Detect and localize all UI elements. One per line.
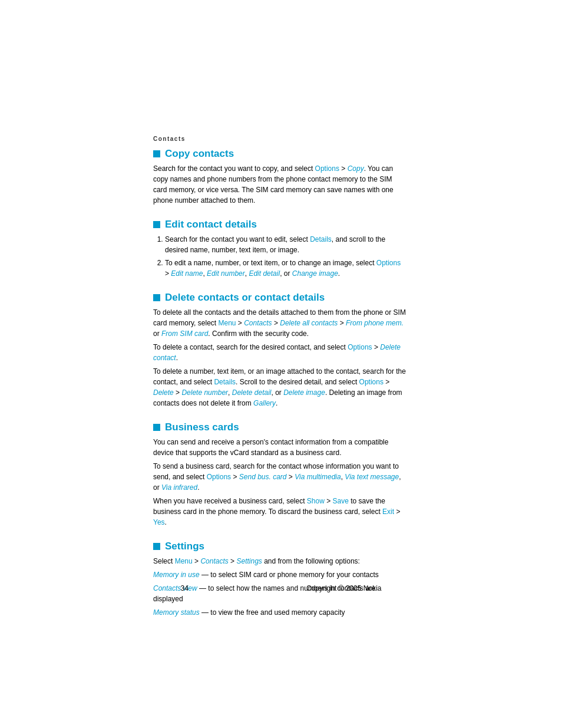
settings-para1: Select Menu > Contacts > Settings and fr… — [153, 556, 406, 566]
business-cards-para3: When you have received a business card, … — [153, 496, 406, 528]
edit-contact-title: Edit contact details — [165, 219, 257, 230]
delete-all-contacts-link[interactable]: Delete all contacts — [280, 319, 338, 327]
edit-options-link[interactable]: Options — [376, 259, 401, 267]
delete-contacts-para3: To delete a number, text item, or an ima… — [153, 366, 406, 409]
bcard-options-link[interactable]: Options — [207, 473, 231, 481]
edit-contact-heading: Edit contact details — [153, 219, 406, 230]
page: Contacts Copy contacts Search for the co… — [0, 0, 562, 728]
edit-contact-icon — [153, 221, 160, 228]
edit-contact-list: Search for the contact you want to edit,… — [153, 234, 406, 279]
settings-title: Settings — [165, 541, 204, 552]
delete-contacts-icon — [153, 294, 160, 301]
business-cards-heading: Business cards — [153, 421, 406, 433]
delete-contacts-title: Delete contacts or contact details — [165, 292, 325, 304]
settings-contacts-link[interactable]: Contacts — [200, 557, 228, 565]
settings-item3: Memory status — to view the free and use… — [153, 607, 406, 618]
footer-copyright: Copyright © 2005 Nokia — [306, 584, 382, 592]
footer-page-number: 34 — [181, 584, 189, 592]
edit-name-link[interactable]: Edit name — [171, 269, 203, 278]
bcard-exit-link[interactable]: Exit — [382, 508, 394, 516]
via-multimedia-link[interactable]: Via multimedia — [295, 473, 340, 481]
section-label: Contacts — [153, 136, 406, 142]
delete-options-link[interactable]: Options — [348, 343, 372, 351]
via-infrared-link[interactable]: Via infrared — [161, 483, 197, 492]
bcard-save-link[interactable]: Save — [333, 497, 349, 505]
copy-contacts-heading: Copy contacts — [153, 148, 406, 160]
memory-status-link[interactable]: Memory status — [153, 608, 200, 617]
delete-options2-link[interactable]: Options — [359, 378, 384, 386]
bcard-yes-link[interactable]: Yes — [153, 518, 165, 526]
delete-number-link[interactable]: Delete number — [181, 388, 228, 397]
copy-contacts-options-link[interactable]: Options — [315, 164, 339, 173]
memory-in-use-link[interactable]: Memory in use — [153, 571, 200, 579]
copy-contacts-title: Copy contacts — [165, 148, 234, 160]
business-cards-icon — [153, 424, 160, 431]
settings-menu-link[interactable]: Menu — [175, 557, 193, 565]
delete-contacts-para1: To delete all the contacts and the detai… — [153, 307, 406, 339]
delete-contacts-link[interactable]: Contacts — [244, 319, 272, 327]
section-business-cards: Business cards You can send and receive … — [153, 421, 406, 528]
section-copy-contacts: Copy contacts Search for the contact you… — [153, 148, 406, 206]
copy-contacts-icon — [153, 150, 160, 157]
settings-item1: Memory in use — to select SIM card or ph… — [153, 569, 406, 580]
business-cards-para2: To send a business card, search for the … — [153, 461, 406, 493]
gallery-link[interactable]: Gallery — [253, 399, 276, 407]
delete-link[interactable]: Delete — [153, 388, 174, 397]
edit-detail-link[interactable]: Edit detail — [249, 269, 280, 278]
business-cards-title: Business cards — [165, 421, 239, 433]
via-text-link[interactable]: Via text message — [345, 473, 399, 481]
bcard-show-link[interactable]: Show — [307, 497, 325, 505]
edit-contact-step2: To edit a name, number, or text item, or… — [165, 258, 406, 279]
delete-details-link[interactable]: Details — [214, 378, 236, 386]
settings-settings-link[interactable]: Settings — [236, 557, 262, 565]
copy-contacts-copy-link[interactable]: Copy — [348, 164, 364, 173]
change-image-link[interactable]: Change image — [292, 269, 338, 278]
delete-contacts-para2: To delete a contact, search for the desi… — [153, 342, 406, 363]
settings-icon — [153, 543, 160, 550]
edit-number-link[interactable]: Edit number — [207, 269, 245, 278]
send-bus-card-link[interactable]: Send bus. card — [239, 473, 287, 481]
delete-detail-link2[interactable]: Delete detail — [232, 388, 272, 397]
section-edit-contact: Edit contact details Search for the cont… — [153, 219, 406, 279]
footer: 34 Copyright © 2005 Nokia — [0, 584, 562, 592]
content-area: Contacts Copy contacts Search for the co… — [153, 136, 406, 631]
business-cards-para1: You can send and receive a person's cont… — [153, 437, 406, 458]
edit-details-link[interactable]: Details — [310, 235, 332, 243]
from-sim-link[interactable]: From SIM card — [161, 330, 208, 338]
section-settings: Settings Select Menu > Contacts > Settin… — [153, 541, 406, 618]
delete-contacts-heading: Delete contacts or contact details — [153, 292, 406, 304]
edit-contact-step1: Search for the contact you want to edit,… — [165, 234, 406, 255]
copy-contacts-body: Search for the contact you want to copy,… — [153, 163, 406, 206]
from-phone-mem-link[interactable]: From phone mem. — [346, 319, 404, 327]
settings-heading: Settings — [153, 541, 406, 552]
section-delete-contacts: Delete contacts or contact details To de… — [153, 292, 406, 409]
delete-menu-link[interactable]: Menu — [218, 319, 236, 327]
delete-image-link[interactable]: Delete image — [283, 388, 325, 397]
